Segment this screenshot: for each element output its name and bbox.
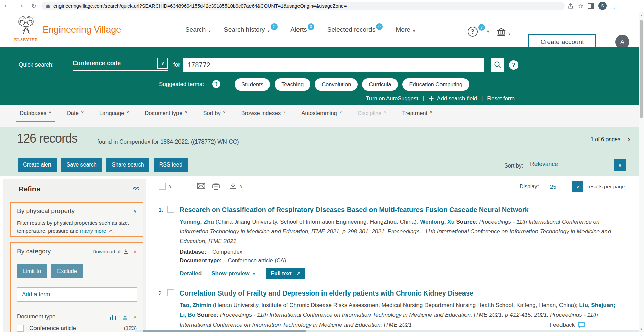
bookmark-star-icon[interactable]: ☆ xyxy=(578,2,583,9)
author-link[interactable]: Wenlong, Xu xyxy=(420,219,455,225)
detailed-link[interactable]: Detailed xyxy=(180,270,202,277)
suggested-terms-help-icon[interactable]: ? xyxy=(212,80,220,88)
many-more-link[interactable]: many more ↗ xyxy=(80,228,112,234)
help-menu[interactable]: ? 7 ∨ xyxy=(468,27,490,37)
nav-item-alerts[interactable]: Alerts0 xyxy=(290,26,314,36)
create-alert-button[interactable]: Create alert xyxy=(18,158,57,172)
next-page-icon[interactable]: › xyxy=(627,135,630,144)
brand-title[interactable]: Engineering Village xyxy=(43,25,121,35)
by-physical-property-title: By physical property xyxy=(17,207,75,215)
chevron-up-icon[interactable]: ∧ xyxy=(133,314,137,320)
horizontal-scrollbar[interactable] xyxy=(135,330,639,332)
nav-item-label-wrap: Selected records xyxy=(327,26,376,36)
reset-form-link[interactable]: Reset form xyxy=(487,95,515,102)
search-field-select[interactable]: Conference code ∨ xyxy=(73,56,168,71)
scroll-down-arrow[interactable]: ▼ xyxy=(639,328,644,331)
tab-treatment[interactable]: Treatment∨ xyxy=(402,105,433,122)
select-menu-chevron-icon[interactable]: ∨ xyxy=(169,184,172,189)
nav-item-selected-records[interactable]: Selected records0 xyxy=(327,26,383,36)
help-icon: ? xyxy=(468,27,478,37)
print-icon[interactable] xyxy=(212,183,220,190)
result-item: 1.Research on Classification of Respirat… xyxy=(159,206,639,279)
tab-databases[interactable]: Databases∧ xyxy=(20,105,51,122)
user-avatar[interactable]: A xyxy=(615,35,629,49)
chevron-down-icon[interactable]: ∨ xyxy=(133,209,137,214)
chevron-down-icon: ∨ xyxy=(126,110,129,114)
select-all-checkbox[interactable] xyxy=(159,183,166,190)
rss-feed-button[interactable]: RSS feed xyxy=(154,158,188,172)
elsevier-logo[interactable]: ELSEVIER xyxy=(11,15,41,42)
browser-profile-avatar[interactable]: S xyxy=(598,2,607,10)
nav-item-label-wrap: Search∨ xyxy=(185,26,211,36)
suggested-term-students[interactable]: Students xyxy=(235,78,270,91)
horizontal-scrollbar-thumb[interactable] xyxy=(143,330,306,332)
display-dropdown-button[interactable]: ∨ xyxy=(572,181,583,192)
back-icon[interactable]: ← xyxy=(0,2,14,9)
download-icon[interactable] xyxy=(230,183,236,189)
tab-language[interactable]: Language∨ xyxy=(99,105,129,122)
limit-to-button[interactable]: Limit to xyxy=(17,264,47,278)
nav-item-search[interactable]: Search∨ xyxy=(185,26,211,36)
chevron-up-icon[interactable]: ∧ xyxy=(133,249,137,254)
add-term-input[interactable] xyxy=(17,287,137,302)
results-per-page-select[interactable]: 25 xyxy=(550,184,571,194)
suggested-term-convolution[interactable]: Convolution xyxy=(315,78,358,91)
institution-menu[interactable]: ∨ xyxy=(496,27,511,37)
bar-chart-icon[interactable] xyxy=(110,314,117,320)
save-search-button[interactable]: Save search xyxy=(61,158,102,172)
share-icon[interactable] xyxy=(567,3,574,9)
search-submit-button[interactable] xyxy=(491,58,504,72)
nav-item-search-history[interactable]: Search history∨2 xyxy=(224,26,278,36)
suggested-term-education-computing[interactable]: Education Computing xyxy=(402,78,469,91)
url-bar[interactable]: engineeringvillage.com/search/quick.url?… xyxy=(41,2,565,10)
result-checkbox[interactable] xyxy=(167,206,174,213)
autosuggest-toggle-link[interactable]: Turn on AutoSuggest xyxy=(366,95,418,102)
site-header: ELSEVIER Engineering Village Search∨Sear… xyxy=(0,12,644,47)
divider: | xyxy=(423,95,424,102)
vertical-scrollbar[interactable]: ▲ ▼ xyxy=(639,12,644,332)
scroll-up-arrow[interactable]: ▲ xyxy=(639,14,644,17)
tab-autostemming[interactable]: Autostemming∨ xyxy=(301,105,342,122)
exclude-button[interactable]: Exclude xyxy=(51,264,83,278)
tab-sort-by[interactable]: Sort by∨ xyxy=(203,105,225,122)
browser-chrome: ← → ↻ engineeringvillage.com/search/quic… xyxy=(0,0,644,12)
padlock-icon xyxy=(46,3,50,8)
search-band-links: Turn on AutoSuggest | + Add search field… xyxy=(366,94,515,102)
forward-icon[interactable]: → xyxy=(14,2,27,9)
side-panel-icon[interactable] xyxy=(588,3,594,9)
result-title-link[interactable]: Research on Classification of Respirator… xyxy=(180,206,622,214)
tab-discipline: Discipline∨ xyxy=(358,105,387,122)
sort-select[interactable]: Relevance xyxy=(530,161,612,172)
share-search-button[interactable]: Share search xyxy=(106,158,149,172)
result-checkbox[interactable] xyxy=(167,289,174,296)
author-link[interactable]: Tao, Zhimin xyxy=(180,302,211,308)
search-query-input[interactable] xyxy=(183,58,484,72)
result-title-link[interactable]: Correlation Study of Frailty and Depress… xyxy=(180,289,622,297)
download-icon[interactable] xyxy=(122,314,128,320)
nav-item-label-wrap: Search history∨ xyxy=(224,26,270,36)
kebab-menu-icon[interactable]: ⋮ xyxy=(611,2,617,9)
tab-browse-indexes[interactable]: Browse indexes∨ xyxy=(241,105,286,122)
doc-type-option-conference-article: Conference article(123) xyxy=(17,325,137,332)
show-preview-link[interactable]: Show preview xyxy=(211,270,249,277)
nav-item-more[interactable]: More∨ xyxy=(396,26,415,36)
reload-icon[interactable]: ↻ xyxy=(27,2,41,9)
checkbox[interactable] xyxy=(17,325,24,332)
for-label: for xyxy=(173,61,180,68)
suggested-term-curricula[interactable]: Curricula xyxy=(362,78,398,91)
full-text-button[interactable]: Full text ↗ xyxy=(266,268,305,279)
main-nav: Search∨Search history∨2Alerts0Selected r… xyxy=(185,26,429,36)
add-search-field-link[interactable]: + Add search field xyxy=(428,94,477,102)
tab-document-type[interactable]: Document type∨ xyxy=(145,105,187,122)
scrollbar-thumb[interactable] xyxy=(640,20,643,118)
search-help-icon[interactable]: ? xyxy=(509,60,518,70)
sort-selected-value: Relevance xyxy=(530,161,558,168)
email-icon[interactable] xyxy=(197,183,205,189)
tab-date[interactable]: Date∨ xyxy=(67,105,84,122)
download-menu-chevron-icon[interactable]: ∨ xyxy=(240,184,243,189)
download-all-link[interactable]: Download all xyxy=(93,249,129,254)
suggested-term-teaching[interactable]: Teaching xyxy=(275,78,310,91)
sort-dropdown-button[interactable]: ∨ xyxy=(614,159,626,171)
author-link[interactable]: Yuming, Zhu xyxy=(180,219,214,225)
collapse-sidebar-button[interactable]: << xyxy=(133,185,139,192)
